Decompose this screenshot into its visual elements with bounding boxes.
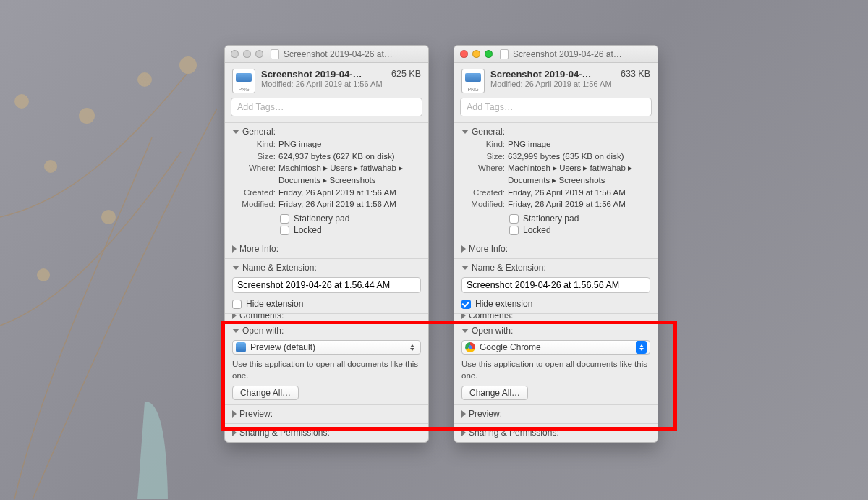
where-value: Machintosh ▸ Users ▸ fatiwahab ▸ Documen… xyxy=(508,162,650,186)
hide-extension-checkbox[interactable]: Hide extension xyxy=(232,299,421,309)
svg-point-2 xyxy=(137,72,152,87)
section-open-with: Open with: Google Chrome Use this applic… xyxy=(454,321,658,404)
kind-value: PNG image xyxy=(508,138,650,151)
disclosure-triangle-icon xyxy=(461,313,466,319)
size-label: Size: xyxy=(461,151,508,163)
where-value: Machintosh ▸ Users ▸ fatiwahab ▸ Documen… xyxy=(278,162,421,186)
disclosure-triangle-icon xyxy=(461,266,469,270)
disclosure-triangle-icon xyxy=(461,329,469,333)
get-info-window: Screenshot 2019-04-26 at… Screenshot 201… xyxy=(224,45,429,443)
modified-date: Modified: 26 April 2019 at 1:56 AM xyxy=(490,80,615,88)
close-icon[interactable] xyxy=(231,50,239,58)
created-label: Created: xyxy=(461,187,508,199)
section-header-preview[interactable]: Preview: xyxy=(232,409,421,419)
disclosure-triangle-icon xyxy=(232,429,237,436)
section-header-general[interactable]: General: xyxy=(461,127,650,137)
change-all-button[interactable]: Change All… xyxy=(461,386,528,400)
window-titlebar[interactable]: Screenshot 2019-04-26 at… xyxy=(225,46,428,63)
zoom-icon[interactable] xyxy=(485,50,493,58)
section-header-open-with[interactable]: Open with: xyxy=(232,326,421,336)
close-icon[interactable] xyxy=(460,50,468,58)
section-header-sharing[interactable]: Sharing & Permissions: xyxy=(232,428,421,438)
stationery-pad-checkbox[interactable]: Stationery pad xyxy=(280,213,421,224)
section-name-extension: Name & Extension: Hide extension xyxy=(454,258,658,313)
svg-point-1 xyxy=(79,108,95,124)
tags-field[interactable] xyxy=(460,98,652,116)
kind-value: PNG image xyxy=(278,138,421,151)
disclosure-triangle-icon xyxy=(232,410,237,418)
disclosure-triangle-icon xyxy=(461,429,466,436)
hide-extension-checkbox[interactable]: Hide extension xyxy=(461,299,650,309)
kind-label: Kind: xyxy=(232,138,278,151)
section-header-name-ext[interactable]: Name & Extension: xyxy=(232,263,421,273)
modified-date: Modified: 26 April 2019 at 1:56 AM xyxy=(261,80,386,88)
disclosure-triangle-icon xyxy=(232,313,237,319)
filename-input[interactable] xyxy=(461,277,650,293)
preview-app-icon xyxy=(236,342,246,352)
document-icon xyxy=(271,49,279,59)
locked-checkbox[interactable]: Locked xyxy=(280,225,421,235)
section-header-preview[interactable]: Preview: xyxy=(461,409,650,419)
svg-point-5 xyxy=(101,210,116,224)
section-header-open-with[interactable]: Open with: xyxy=(461,326,650,336)
section-header-comments[interactable]: Comments: xyxy=(232,313,421,321)
open-with-note: Use this application to open all documen… xyxy=(461,359,650,381)
modified-value: Friday, 26 April 2019 at 1:56 AM xyxy=(278,198,421,211)
minimize-icon[interactable] xyxy=(243,50,251,58)
section-header-more-info[interactable]: More Info: xyxy=(232,244,421,254)
zoom-icon[interactable] xyxy=(255,50,263,58)
kind-label: Kind: xyxy=(461,138,508,151)
disclosure-triangle-icon xyxy=(461,130,469,134)
updown-icon xyxy=(636,341,647,354)
section-header-more-info[interactable]: More Info: xyxy=(461,244,650,254)
section-name-extension: Name & Extension: Hide extension xyxy=(225,258,428,313)
window-title: Screenshot 2019-04-26 at… xyxy=(284,49,393,59)
size-value: 632,999 bytes (635 KB on disk) xyxy=(508,151,650,163)
document-icon xyxy=(500,49,509,59)
section-header-general[interactable]: General: xyxy=(232,127,421,137)
window-title: Screenshot 2019-04-26 at… xyxy=(513,49,622,59)
open-with-dropdown[interactable]: Google Chrome xyxy=(461,340,650,355)
file-icon xyxy=(232,69,255,93)
created-value: Friday, 26 April 2019 at 1:56 AM xyxy=(508,187,650,199)
stationery-pad-checkbox[interactable]: Stationery pad xyxy=(509,213,650,224)
tags-input[interactable] xyxy=(236,101,417,113)
locked-checkbox[interactable]: Locked xyxy=(509,225,650,235)
disclosure-triangle-icon xyxy=(461,410,466,418)
open-with-note: Use this application to open all documen… xyxy=(232,359,421,381)
modified-value: Friday, 26 April 2019 at 1:56 AM xyxy=(508,198,650,211)
section-header-comments[interactable]: Comments: xyxy=(461,313,650,321)
tags-input[interactable] xyxy=(465,101,647,113)
section-open-with: Open with: Preview (default) Use this ap… xyxy=(225,321,428,404)
file-size: 633 KB xyxy=(621,69,650,79)
disclosure-triangle-icon xyxy=(232,245,237,253)
file-size: 625 KB xyxy=(391,69,421,79)
disclosure-triangle-icon xyxy=(232,266,239,270)
svg-point-3 xyxy=(179,56,197,74)
svg-point-0 xyxy=(44,160,57,173)
svg-point-6 xyxy=(37,268,50,281)
modified-label: Modified: xyxy=(461,198,508,211)
modified-label: Modified: xyxy=(232,198,278,211)
file-icon xyxy=(461,69,485,93)
change-all-button[interactable]: Change All… xyxy=(232,386,299,400)
get-info-window: Screenshot 2019-04-26 at… Screenshot 201… xyxy=(454,45,658,443)
minimize-icon[interactable] xyxy=(472,50,480,58)
disclosure-triangle-icon xyxy=(232,329,239,333)
window-titlebar[interactable]: Screenshot 2019-04-26 at… xyxy=(454,46,658,63)
svg-point-7 xyxy=(14,94,29,109)
disclosure-triangle-icon xyxy=(461,245,466,253)
section-general: General: Kind:PNG image Size:632,999 byt… xyxy=(454,122,658,240)
file-name: Screenshot 2019-04-… xyxy=(490,69,615,80)
disclosure-triangle-icon xyxy=(232,130,239,134)
file-name: Screenshot 2019-04-… xyxy=(261,69,386,80)
section-header-sharing[interactable]: Sharing & Permissions: xyxy=(461,428,650,438)
open-with-dropdown[interactable]: Preview (default) xyxy=(232,340,421,355)
tags-field[interactable] xyxy=(231,98,422,116)
section-header-name-ext[interactable]: Name & Extension: xyxy=(461,263,650,273)
created-value: Friday, 26 April 2019 at 1:56 AM xyxy=(278,187,421,199)
chrome-app-icon xyxy=(465,342,475,352)
size-value: 624,937 bytes (627 KB on disk) xyxy=(278,151,421,163)
filename-input[interactable] xyxy=(232,277,421,293)
updown-icon xyxy=(407,342,417,353)
